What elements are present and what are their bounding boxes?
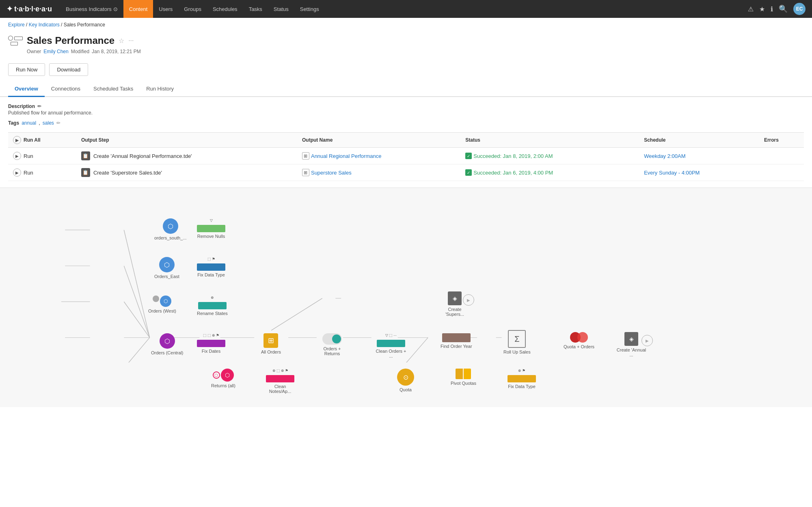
node-create-supers-play[interactable]: ▶ — [463, 294, 474, 306]
tab-overview[interactable]: Overview — [8, 82, 45, 97]
tab-scheduled-tasks[interactable]: Scheduled Tasks — [87, 82, 140, 97]
nav-tasks[interactable]: Tasks — [243, 0, 268, 18]
node-clean-orders[interactable]: ▽⬚··· Clean Orders + ... — [375, 333, 407, 358]
row2-output-icon: 📋 — [81, 168, 90, 177]
node-quota-orders[interactable]: Quota + Orders — [564, 332, 594, 349]
node-orders-east[interactable]: ⬡ Orders_East — [154, 257, 179, 279]
node-create-annual-icon: ◈ — [624, 332, 638, 346]
tag-sales[interactable]: sales — [43, 120, 54, 126]
row2-schedule-link[interactable]: Every Sunday - 4:00PM — [644, 170, 700, 176]
favorite-icon[interactable]: ☆ — [119, 37, 124, 45]
node-find-order-year-bar — [442, 333, 471, 342]
node-orders-west[interactable]: ⬡ Orders (West) — [148, 296, 176, 313]
user-avatar[interactable]: EC — [793, 3, 806, 15]
node-returns-all[interactable]: ⬡ ⬡ Returns (all) — [211, 369, 235, 388]
nav-groups[interactable]: Groups — [178, 0, 207, 18]
tab-connections[interactable]: Connections — [45, 82, 87, 97]
row2-output-step: Create 'Superstore Sales.tde' — [93, 170, 162, 176]
node-fix-data-type2[interactable]: ⊕⚑ Fix Data Type — [508, 369, 536, 389]
download-button[interactable]: Download — [49, 63, 88, 76]
node-clean-orders-bar — [377, 340, 405, 347]
row2-run-btn[interactable]: ▶ — [13, 168, 21, 177]
node-find-order-year[interactable]: Find Order Year — [441, 333, 472, 349]
node-rename-states[interactable]: ⊕ Rename States — [197, 296, 228, 316]
node-quota-label: Quota — [400, 387, 412, 392]
node-fix-data-type-icons: ⬚⚑ — [207, 257, 215, 261]
row1-output-icon: 📋 — [81, 151, 90, 160]
row2-status-icon: ✓ — [465, 169, 472, 176]
warning-icon[interactable]: ⚠ — [748, 5, 754, 13]
node-fix-dates[interactable]: ⬚⬚⊕⚑ Fix Dates — [197, 333, 225, 354]
nav-business-indicators[interactable]: Business Indicators ⊙ — [60, 0, 123, 18]
top-nav: ✦ t·a·b·l·e·a·u Business Indicators ⊙ Co… — [0, 0, 812, 18]
run-all-btn[interactable]: ▶ — [13, 136, 21, 144]
node-orders-central[interactable]: ⬡ Orders (Central) — [151, 333, 183, 355]
nav-status[interactable]: Status — [268, 0, 294, 18]
node-clean-orders-icons: ▽⬚··· — [385, 333, 397, 337]
node-orders-west-mini: ⬡ — [153, 296, 171, 307]
run-now-button[interactable]: Run Now — [8, 63, 45, 76]
description-edit-icon[interactable]: ✏ — [37, 104, 41, 109]
node-pivot-quotas[interactable]: Pivot Quotas — [451, 369, 476, 386]
nav-tasks-label: Tasks — [249, 6, 262, 12]
node-clean-notes[interactable]: ⊕⬚⊕⚑ Clean Notes/Ap... — [264, 369, 296, 394]
tab-run-history[interactable]: Run History — [140, 82, 180, 97]
node-remove-nulls[interactable]: ▽ Remove Nulls — [197, 218, 225, 239]
search-icon[interactable]: 🔍 — [779, 4, 788, 13]
row1-run-btn[interactable]: ▶ — [13, 152, 21, 160]
node-rename-states-icons: ⊕ — [211, 296, 214, 300]
node-create-annual-play-btn[interactable]: ▶ — [641, 335, 653, 346]
more-options-icon[interactable]: ··· — [128, 37, 134, 44]
node-clean-notes-bar — [266, 375, 294, 382]
row1-output-name-link[interactable]: Annual Regional Performance — [311, 153, 381, 159]
star-icon[interactable]: ★ — [759, 5, 765, 13]
node-clean-orders-label: Clean Orders + ... — [375, 349, 407, 358]
owner-link[interactable]: Emily Chen — [43, 49, 68, 54]
row1-schedule-link[interactable]: Weekday 2:00AM — [644, 153, 685, 159]
table-row: ▶ Run 📋 Create 'Annual Regional Performa… — [8, 148, 804, 164]
node-fix-data-type-label: Fix Data Type — [197, 272, 225, 277]
nav-settings[interactable]: Settings — [294, 0, 325, 18]
node-create-supers-play-btn[interactable]: ▶ — [463, 294, 474, 306]
flow-diagram: ⬡ orders_south_... ▽ Remove Nulls ⬡ Orde… — [0, 188, 812, 407]
breadcrumb-key-indicators[interactable]: Key Indicators — [29, 22, 60, 28]
node-create-annual-play[interactable]: ▶ — [641, 335, 653, 346]
node-orders-east-icon: ⬡ — [159, 257, 175, 272]
node-rename-states-bar — [198, 302, 227, 309]
breadcrumb-explore[interactable]: Explore — [8, 22, 25, 28]
node-fix-data-type[interactable]: ⬚⚑ Fix Data Type — [197, 257, 225, 277]
tags-section: Tags annual , sales ✏ — [8, 120, 804, 126]
modified-date: Jan 8, 2019, 12:21 PM — [92, 49, 141, 54]
node-quota[interactable]: ⊙ Quota — [397, 369, 414, 392]
output-table: ▶ Run All Output Step Output Name Status… — [8, 132, 804, 181]
node-orders-south-icon: ⬡ — [163, 218, 178, 234]
col-status: Status — [460, 133, 639, 148]
nav-content[interactable]: Content — [123, 0, 153, 18]
row1-output-step: Create 'Annual Regional Performance.tde' — [93, 153, 192, 159]
info-icon[interactable]: ℹ — [771, 5, 773, 13]
row2-output-name-link[interactable]: Superstore Sales — [311, 170, 352, 176]
node-orders-south[interactable]: ⬡ orders_south_... — [154, 218, 187, 240]
node-orders-returns[interactable]: Orders + Returns — [316, 333, 348, 356]
table-row: ▶ Run 📋 Create 'Superstore Sales.tde' ⊞ … — [8, 164, 804, 181]
tags-edit-icon[interactable]: ✏ — [56, 120, 60, 126]
node-all-orders[interactable]: ⊞ All Orders — [261, 333, 281, 354]
nav-users[interactable]: Users — [153, 0, 178, 18]
node-pivot-quotas-shape — [456, 369, 471, 379]
brand-label: Business Indicators — [66, 6, 112, 12]
node-quota-icon: ⊙ — [397, 369, 414, 386]
col-run-all: ▶ Run All — [8, 133, 76, 148]
tag-annual[interactable]: annual — [22, 120, 36, 126]
nav-schedules[interactable]: Schedules — [207, 0, 243, 18]
node-quota-orders-circles — [570, 332, 588, 343]
node-fix-data-type-bar — [197, 263, 225, 271]
node-clean-notes-icons: ⊕⬚⊕⚑ — [272, 369, 288, 373]
node-roll-up-sales-icon: Σ — [508, 330, 526, 348]
flow-canvas: ⬡ orders_south_... ▽ Remove Nulls ⬡ Orde… — [126, 200, 686, 395]
node-roll-up-sales[interactable]: Σ Roll Up Sales — [503, 330, 531, 354]
node-find-order-year-label: Find Order Year — [441, 344, 472, 349]
node-remove-nulls-icons: ▽ — [210, 218, 213, 222]
node-fix-dates-icons: ⬚⬚⊕⚑ — [203, 333, 219, 337]
node-orders-south-label: orders_south_... — [154, 235, 187, 240]
node-rename-states-label: Rename States — [197, 311, 228, 316]
